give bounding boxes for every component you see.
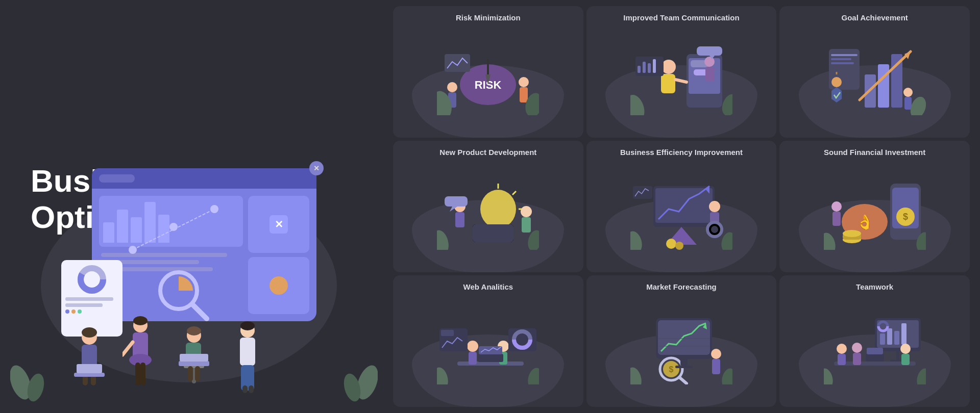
doc-donut-svg (77, 264, 107, 295)
svg-rect-164 (894, 331, 899, 345)
svg-point-143 (526, 366, 539, 384)
svg-point-34 (240, 321, 255, 330)
svg-point-3 (210, 205, 218, 213)
leaf-left-bottom (10, 342, 51, 403)
risk-svg: RISK (437, 44, 539, 115)
teamwork-svg (824, 313, 926, 384)
person2-svg (122, 314, 158, 396)
efficiency-svg (630, 178, 732, 250)
svg-point-177 (900, 344, 911, 354)
svg-rect-159 (675, 366, 693, 368)
svg-point-81 (831, 77, 842, 87)
svg-point-173 (852, 343, 862, 353)
new-product-title: New Product Development (439, 148, 536, 157)
doc-line1 (65, 297, 113, 301)
svg-rect-62 (705, 67, 715, 81)
doc-dot3 (78, 309, 82, 314)
svg-point-20 (129, 354, 152, 366)
svg-rect-97 (445, 196, 468, 206)
svg-rect-37 (242, 385, 248, 393)
svg-point-83 (903, 88, 913, 97)
svg-rect-135 (478, 354, 503, 362)
svg-rect-79 (831, 58, 851, 60)
svg-rect-30 (195, 366, 200, 381)
svg-point-131 (467, 341, 478, 352)
svg-text:$: $ (903, 212, 908, 222)
grid-item-efficiency: Business Efficiency Improvement (586, 141, 777, 272)
teamwork-illustration (785, 295, 965, 402)
efficiency-illustration (592, 161, 772, 267)
svg-point-157 (720, 367, 732, 384)
goal-achievement-title: Goal Achievement (841, 13, 908, 22)
svg-point-180 (915, 367, 926, 384)
goal-illustration (785, 26, 965, 133)
svg-point-11 (82, 327, 97, 338)
svg-rect-50 (520, 87, 528, 102)
svg-rect-71 (653, 59, 656, 73)
doc-line2 (65, 303, 103, 307)
dash-tab (99, 174, 135, 183)
financial-svg: 👌 $ (824, 178, 926, 250)
svg-rect-38 (249, 385, 254, 393)
svg-point-58 (662, 60, 676, 74)
grid-item-market-forecasting: Market Forecasting $ (586, 275, 777, 407)
svg-point-179 (824, 367, 835, 384)
doc-dots (65, 309, 118, 314)
efficiency-title: Business Efficiency Improvement (620, 148, 743, 157)
grid-item-financial: Sound Financial Investment 👌 $ (779, 141, 970, 272)
new-product-svg (437, 178, 539, 250)
svg-rect-31 (179, 361, 209, 366)
close-button[interactable]: ✕ (309, 161, 324, 175)
person1-svg (71, 324, 107, 391)
doc-dot2 (71, 309, 76, 314)
teamwork-title: Teamwork (856, 282, 893, 291)
svg-text:👌: 👌 (855, 214, 873, 230)
svg-line-9 (193, 305, 207, 319)
financial-illustration: 👌 $ (785, 161, 965, 267)
goal-svg (824, 44, 926, 115)
risk-minimization-title: Risk Minimization (456, 13, 521, 22)
hero-illustration: ✕ (61, 168, 327, 342)
svg-rect-70 (648, 63, 651, 73)
svg-rect-172 (838, 354, 846, 365)
doc-dot1 (65, 309, 69, 314)
market-forecasting-title: Market Forecasting (646, 282, 717, 291)
grid-item-teamwork: Teamwork (779, 275, 970, 407)
svg-point-171 (837, 344, 847, 354)
bar2 (117, 210, 128, 243)
svg-point-128 (824, 231, 838, 250)
svg-rect-130 (457, 362, 524, 366)
svg-rect-29 (188, 366, 193, 381)
person-2 (122, 314, 158, 398)
risk-illustration: RISK (398, 26, 578, 133)
magnifier-svg (153, 265, 209, 321)
right-panel: Risk Minimization RISK (388, 0, 980, 413)
svg-rect-132 (469, 352, 477, 365)
svg-point-47 (447, 82, 457, 92)
svg-point-156 (630, 366, 644, 384)
svg-rect-84 (904, 97, 912, 110)
market-forecasting-svg: $ (630, 313, 732, 384)
svg-point-108 (675, 242, 683, 250)
db-card2 (248, 257, 309, 314)
svg-rect-69 (643, 62, 646, 73)
financial-title: Sound Financial Investment (824, 148, 925, 157)
db-right-col: ✕ (248, 196, 309, 314)
dashboard-header (92, 168, 316, 189)
svg-rect-35 (240, 338, 255, 366)
svg-point-49 (519, 77, 529, 87)
svg-rect-127 (832, 212, 841, 226)
svg-rect-174 (853, 353, 861, 365)
grid-item-web-analytics: Web Analitics (393, 275, 583, 407)
svg-point-2 (169, 223, 178, 231)
svg-rect-78 (831, 54, 857, 56)
grid-item-team-communication: Improved Team Communication (586, 6, 777, 138)
svg-point-101 (437, 228, 451, 250)
svg-point-99 (521, 206, 532, 217)
svg-rect-162 (880, 333, 885, 345)
bar1 (103, 222, 114, 243)
svg-rect-22 (140, 363, 145, 385)
left-panel: Business Optimization ✕ (0, 0, 388, 413)
svg-point-1 (129, 246, 137, 254)
svg-point-18 (133, 316, 148, 325)
